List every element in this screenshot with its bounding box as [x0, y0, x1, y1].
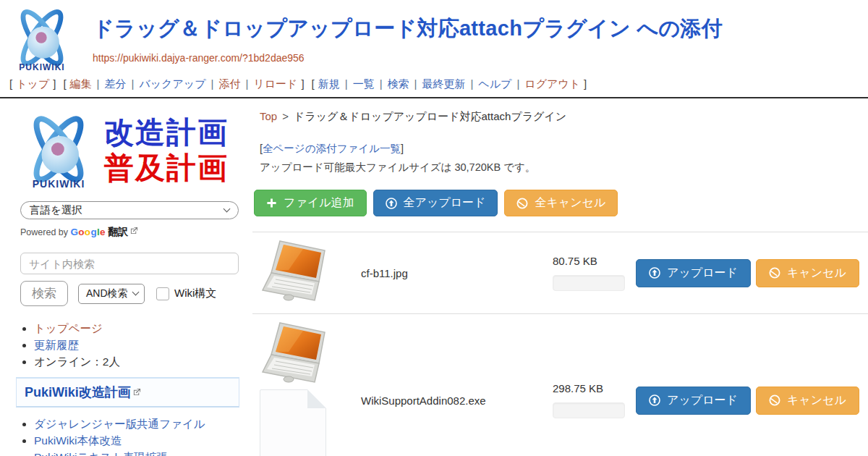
sidebar-plugin-link-0[interactable]: ダジャレンジャー版共通ファイル: [34, 418, 205, 430]
search-mode-select[interactable]: AND検索: [78, 284, 145, 304]
upload-button[interactable]: アップロード: [636, 259, 751, 287]
upload-toolbar: ファイル追加 全アップロード 全キャンセル: [254, 190, 868, 216]
attach-list-line: [全ページの添付ファイル一覧]: [260, 142, 868, 156]
progress-bar: [553, 275, 625, 291]
all-pages-attach-link[interactable]: 全ページの添付ファイル一覧: [263, 143, 401, 154]
sidebar-top-link-0[interactable]: トップページ: [34, 322, 103, 334]
cancel-all-label: 全キャンセル: [535, 195, 605, 211]
sidebar-logo[interactable]: PUKIWIKI 改造計画 普及計画: [16, 111, 239, 190]
site-search-input[interactable]: [20, 253, 239, 274]
upload-circle-icon: [649, 267, 660, 279]
file-row: ... </> cf-b11.jpg 80.75 KB アップロード キャンセル: [252, 232, 868, 313]
max-upload-size-text: アップロード可能最大ファイルサイズは 30,720KB です。: [260, 161, 868, 174]
upload-circle-icon: [649, 394, 660, 406]
file-list: ... </> cf-b11.jpg 80.75 KB アップロード キャンセル: [252, 232, 868, 456]
nav-bracket: [: [312, 77, 315, 90]
site-logo[interactable]: PUKIWIKI: [6, 6, 78, 72]
breadcrumb-current: ドラッグ＆ドロップアップロード対応attachプラグイン: [294, 110, 566, 122]
nav-link-1-3[interactable]: 添付: [218, 77, 240, 90]
chevron-down-icon: [224, 205, 231, 212]
external-link-icon: [130, 227, 138, 237]
sidebar-logo-art: PUKIWIKI: [16, 111, 101, 190]
fukyu-keikaku-text: 普及計画: [104, 151, 229, 186]
page-title: ドラッグ＆ドロップアップロード対応attachプラグイン への添付: [93, 14, 723, 43]
sidebar-plugin-link-2[interactable]: PukiWikiテキスト表現拡張: [34, 451, 168, 456]
add-files-label: ファイル追加: [284, 195, 354, 211]
nav-bracket: [: [9, 77, 12, 90]
page-url: https://pukiwiki.dajya-ranger.com/?1bd2d…: [93, 52, 723, 64]
cancel-button[interactable]: キャンセル: [756, 259, 859, 287]
header-text: ドラッグ＆ドロップアップロード対応attachプラグイン への添付 https:…: [93, 6, 723, 72]
file-name: cf-b11.jpg: [361, 267, 553, 279]
nav-link-1-0[interactable]: 編集: [70, 77, 92, 90]
nav-link-1-4[interactable]: リロード: [253, 77, 297, 90]
sidebar-list-top: トップページ更新履歴オンライン：2人: [20, 321, 239, 370]
nav-link-2-3[interactable]: 最終更新: [422, 77, 465, 90]
google-letter: o: [78, 227, 85, 237]
nav-separator: |: [97, 77, 100, 90]
nav-link-1-2[interactable]: バックアップ: [139, 77, 205, 90]
laptop-thumbnail: [260, 238, 328, 305]
sidebar-plugin-link-1[interactable]: PukiWiki本体改造: [34, 434, 122, 447]
search-button[interactable]: 検索: [20, 281, 68, 306]
breadcrumb-top-link[interactable]: Top: [260, 110, 277, 122]
top-nav: [トップ][編集|差分|バックアップ|添付|リロード][新規|一覧|検索|最終更…: [0, 72, 868, 97]
nav-link-1-1[interactable]: 差分: [104, 77, 126, 90]
ban-icon: [516, 198, 528, 209]
pukiwiki-atom-icon: [7, 6, 77, 69]
nav-link-2-4[interactable]: ヘルプ: [478, 77, 511, 90]
upload-all-label: 全アップロード: [404, 195, 486, 211]
breadcrumb-separator: >: [282, 110, 289, 122]
google-letter: e: [100, 227, 106, 237]
generic-file-icon: ...: [260, 389, 326, 456]
nav-link-2-2[interactable]: 検索: [388, 77, 409, 90]
nav-bracket: [: [63, 77, 66, 90]
wiki-syntax-checkbox[interactable]: [156, 287, 169, 300]
upload-all-button[interactable]: 全アップロード: [373, 190, 498, 216]
folded-corner: [307, 389, 326, 408]
progress-bar: [553, 402, 625, 418]
search-mode-value: AND検索: [86, 287, 128, 300]
nav-separator: |: [131, 77, 134, 90]
upload-label: アップロード: [667, 266, 738, 281]
upload-button[interactable]: アップロード: [636, 387, 751, 415]
plus-icon: [266, 198, 277, 208]
list-item: オンライン：2人: [34, 355, 239, 370]
sidebar-top-text-2: オンライン：2人: [34, 355, 120, 368]
nav-link-2-5[interactable]: ログアウト: [524, 77, 580, 90]
add-files-button[interactable]: ファイル追加: [254, 190, 367, 216]
wiki-syntax-label: Wiki構文: [174, 287, 216, 300]
sidebar-heading-link[interactable]: PukiWiki改造計画: [25, 385, 131, 400]
ban-icon: [769, 394, 780, 406]
cancel-all-button[interactable]: 全キャンセル: [504, 190, 618, 216]
sidebar-list-plugins: ダジャレンジャー版共通ファイルPukiWiki本体改造PukiWikiテキスト表…: [20, 417, 239, 456]
file-icon-cell: ... </>: [252, 320, 361, 456]
search-controls: 検索 AND検索 Wiki構文: [20, 281, 239, 306]
nav-separator: |: [345, 77, 348, 90]
list-item: PukiWiki本体改造: [34, 434, 239, 449]
nav-separator: |: [414, 77, 417, 90]
list-item: 更新履歴: [34, 338, 239, 353]
powered-by-text: Powered by: [20, 227, 68, 237]
breadcrumb: Top>ドラッグ＆ドロップアップロード対応attachプラグイン: [260, 110, 868, 124]
bracket: ]: [401, 143, 404, 154]
language-select[interactable]: 言語を選択: [20, 201, 239, 219]
ban-icon: [769, 267, 780, 279]
upload-label: アップロード: [667, 393, 738, 408]
nav-separator: |: [470, 77, 473, 90]
google-letter: g: [90, 227, 97, 237]
nav-link-2-0[interactable]: 新規: [318, 77, 340, 90]
nav-link-2-1[interactable]: 一覧: [353, 77, 375, 90]
translate-link[interactable]: 翻訳: [108, 226, 128, 237]
file-size: 298.75 KB: [553, 382, 636, 394]
cancel-button[interactable]: キャンセル: [756, 387, 859, 415]
sidebar-top-link-1[interactable]: 更新履歴: [34, 339, 79, 351]
cancel-label: キャンセル: [787, 393, 846, 408]
nav-link-0-0[interactable]: トップ: [16, 77, 49, 90]
cancel-label: キャンセル: [787, 266, 846, 281]
sidebar-logo-text: 改造計画 普及計画: [104, 115, 229, 186]
header: PUKIWIKI ドラッグ＆ドロップアップロード対応attachプラグイン への…: [0, 0, 868, 72]
file-meta: 80.75 KB: [553, 255, 636, 291]
pukiwiki-atom-icon: [18, 111, 99, 187]
file-meta: 298.75 KB: [553, 382, 636, 418]
